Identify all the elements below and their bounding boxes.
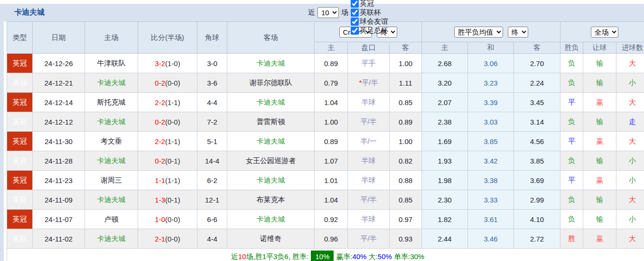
goals-outcome-cell: 大 bbox=[616, 132, 644, 151]
result-scope-select[interactable]: 全场 bbox=[591, 27, 618, 38]
handicap-text: 半/一 bbox=[360, 137, 376, 145]
corners-cell: 3-6 bbox=[197, 73, 227, 93]
away-team[interactable]: 卡迪夫城 bbox=[227, 54, 315, 73]
col-header-away: 客场 bbox=[227, 22, 315, 54]
avg-home-cell: 2.44 bbox=[422, 229, 468, 249]
avg-home-cell: 2.38 bbox=[422, 112, 468, 132]
halftime-score: (0-1) bbox=[165, 157, 180, 165]
col-header-home: 主场 bbox=[85, 22, 138, 54]
goals-outcome-cell: 走 bbox=[616, 112, 644, 132]
away-team[interactable]: 女王公园巡游者 bbox=[227, 151, 315, 171]
away-team[interactable]: 谢菲尔德联队 bbox=[227, 73, 315, 93]
outcome-cell: 负 bbox=[560, 73, 583, 93]
avg-draw-cell: 3.42 bbox=[468, 151, 514, 171]
handicap-outcome-cell: 赢 bbox=[583, 93, 616, 112]
match-date: 24-11-07 bbox=[33, 210, 85, 229]
goals-outcome-cell: 大 bbox=[616, 93, 644, 112]
league-filter-league-2[interactable]: 英联杯 bbox=[351, 8, 388, 17]
checkbox-2[interactable] bbox=[351, 9, 359, 17]
home-team[interactable]: 考文垂 bbox=[85, 132, 138, 151]
halftime-score: (0-0) bbox=[165, 79, 180, 87]
table-row: 英冠24-11-02卡迪夫城2-1(0-0)4-4诺维奇0.96平/半0.932… bbox=[7, 229, 644, 249]
table-row: 英冠24-11-23谢周三1-1(1-1)6-2卡迪夫城1.01半球0.881.… bbox=[7, 171, 644, 190]
match-count-select[interactable]: 10 bbox=[317, 7, 339, 18]
avg-draw-cell: 3.61 bbox=[468, 210, 514, 229]
home-team[interactable]: 卡迪夫城 bbox=[85, 229, 138, 249]
near-label: 近 bbox=[308, 8, 315, 17]
match-date: 24-12-14 bbox=[33, 93, 85, 112]
home-team[interactable]: 牛津联队 bbox=[85, 54, 138, 73]
away-team[interactable]: 卡迪夫城 bbox=[227, 132, 315, 151]
avg-away-cell: 4.56 bbox=[514, 132, 560, 151]
match-date: 24-11-28 bbox=[33, 151, 85, 171]
avg-type-select[interactable]: 胜平负均值 bbox=[454, 27, 503, 38]
handicap-outcome-cell: 输 bbox=[583, 73, 616, 93]
avg-away-cell: 3.14 bbox=[514, 112, 560, 132]
odds-away-cell: 1.11 bbox=[390, 73, 422, 93]
corners-cell: 12-1 bbox=[197, 190, 227, 210]
checkbox-4[interactable] bbox=[351, 27, 359, 35]
home-team[interactable]: 谢周三 bbox=[85, 171, 138, 190]
match-date: 24-11-30 bbox=[33, 132, 85, 151]
sub-header-goals: 进球数 bbox=[616, 42, 644, 54]
away-team[interactable]: 卡迪夫城 bbox=[227, 93, 315, 112]
sub-header-handicap-result: 让球 bbox=[583, 42, 616, 54]
league-filter-league-1[interactable]: 英冠 bbox=[351, 0, 388, 8]
checkbox-label: 英足总杯 bbox=[360, 26, 388, 35]
handicap-cell: 半球 bbox=[348, 171, 390, 190]
avg-home-cell: 2.07 bbox=[422, 93, 468, 112]
away-team[interactable]: 布莱克本 bbox=[227, 190, 315, 210]
avg-home-cell: 1.98 bbox=[422, 171, 468, 190]
handicap-text: 半球 bbox=[362, 98, 376, 106]
corners-cell: 6-2 bbox=[197, 171, 227, 190]
col-header-type: 类型 bbox=[7, 22, 33, 54]
home-team[interactable]: 卢顿 bbox=[85, 210, 138, 229]
odds-home-cell: 0.89 bbox=[315, 54, 348, 73]
handicap-outcome-cell: 赢 bbox=[583, 132, 616, 151]
match-type-badge: 英冠 bbox=[7, 229, 33, 249]
corners-cell: 6-6 bbox=[197, 210, 227, 229]
fulltime-score: 2-2 bbox=[155, 137, 165, 145]
halftime-score: (1-0) bbox=[165, 59, 180, 68]
match-type-badge: 英冠 bbox=[7, 132, 33, 151]
outcome-cell: 平 bbox=[560, 93, 583, 112]
table-row: 英冠24-11-28卡迪夫城0-2(0-1)14-4女王公园巡游者1.07半球0… bbox=[7, 151, 644, 171]
col-header-score: 比分(半场) bbox=[138, 22, 197, 54]
home-team[interactable]: 卡迪夫城 bbox=[85, 190, 138, 210]
halftime-score: (0-0) bbox=[165, 235, 180, 243]
handicap-outcome-cell: 赢 bbox=[583, 229, 616, 249]
fulltime-score: 3-2 bbox=[155, 59, 165, 68]
score-cell: 2-2(1-1) bbox=[138, 132, 197, 151]
away-team[interactable]: 诺维奇 bbox=[227, 229, 315, 249]
league-filter-league-3[interactable]: 球会友谊 bbox=[351, 17, 388, 26]
handicap-cell: 平手 bbox=[348, 54, 390, 73]
win-rate-badge: 10% bbox=[311, 251, 334, 261]
home-team[interactable]: 卡迪夫城 bbox=[85, 73, 138, 93]
score-cell: 0-2(0-0) bbox=[138, 73, 197, 93]
away-team[interactable]: 卡迪夫城 bbox=[227, 210, 315, 229]
home-team[interactable]: 卡迪夫城 bbox=[85, 112, 138, 132]
league-filter-league-4[interactable]: 英足总杯 bbox=[351, 26, 388, 35]
avg-draw-cell: 3.23 bbox=[468, 73, 514, 93]
checkbox-3[interactable] bbox=[351, 18, 359, 26]
avg-away-cell: 3.69 bbox=[514, 171, 560, 190]
home-team[interactable]: 卡迪夫城 bbox=[85, 151, 138, 171]
summary-segment: 30% bbox=[410, 252, 424, 261]
col-header-date: 日期 bbox=[33, 22, 85, 54]
sub-header-odds-home: 主 bbox=[315, 42, 348, 54]
avg-home-cell: 3.20 bbox=[422, 73, 468, 93]
match-type-badge: 英冠 bbox=[7, 112, 33, 132]
home-team[interactable]: 斯托克城 bbox=[85, 93, 138, 112]
avg-time-select[interactable]: 终 bbox=[508, 27, 528, 38]
match-type-badge: 英冠 bbox=[7, 190, 33, 210]
away-team[interactable]: 普雷斯顿 bbox=[227, 112, 315, 132]
handicap-outcome-cell: 输 bbox=[583, 151, 616, 171]
away-team[interactable]: 卡迪夫城 bbox=[227, 171, 315, 190]
sub-header-result: 胜负 bbox=[560, 42, 583, 54]
match-type-badge: 英冠 bbox=[7, 93, 33, 112]
checkbox-1[interactable] bbox=[351, 0, 359, 8]
handicap-outcome-cell: 输 bbox=[583, 190, 616, 210]
avg-home-cell: 1.82 bbox=[422, 210, 468, 229]
match-date: 24-11-09 bbox=[33, 190, 85, 210]
halftime-score: (0-0) bbox=[165, 215, 180, 223]
